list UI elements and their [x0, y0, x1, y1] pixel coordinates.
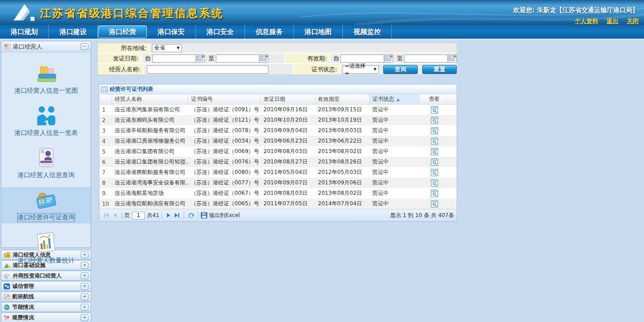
table-row[interactable]: 9 连云港海航基地货场 （苏连）港经证（0067）号 2010年08月03日 2…: [99, 188, 457, 198]
accordion-panel-routes[interactable]: 航班航线 +: [1, 292, 91, 302]
previous-page-icon[interactable]: [111, 213, 119, 218]
first-page-icon[interactable]: [102, 213, 111, 218]
region-select[interactable]: 全省 ▼: [152, 44, 182, 52]
accordion-panel-operator-info[interactable]: 港口经营人信息 +: [1, 250, 91, 260]
validity-to-input[interactable]: [404, 54, 448, 63]
validity-from-input[interactable]: [341, 54, 384, 63]
accordion-panel-fees[interactable]: 规费情况 +: [1, 312, 91, 322]
refresh-icon[interactable]: [186, 212, 196, 219]
cert-number-cell: （苏连）港经证（0077）号: [188, 178, 261, 188]
from-label: 自: [333, 54, 339, 63]
page-number-input[interactable]: [132, 212, 145, 219]
sidebar-item-license-query[interactable]: 港口经营许可证查询: [1, 187, 91, 223]
export-excel-button[interactable]: 输出到Excel: [201, 212, 240, 219]
table-row[interactable]: 1 连云港东鸿集装箱有限公司 （苏连）港经证（0091）号 2010年09月16…: [99, 104, 457, 115]
table-panel-header: 经营许可证书列表: [99, 84, 457, 94]
column-cert-status[interactable]: 证书状态 ▲: [370, 94, 420, 104]
sidebar-item-operator-overview-table[interactable]: 港口经营人信息一览表: [1, 103, 91, 139]
table-row[interactable]: 5 连云港港口集团有限公司 （苏连）港经证（0069）号 2010年08月03日…: [99, 146, 457, 157]
cert-number-cell: （苏连）港经证（0121）号: [188, 115, 261, 125]
expand-panel-button[interactable]: +: [81, 304, 88, 311]
calendar-icon[interactable]: [196, 54, 205, 63]
column-issue-date[interactable]: 发证日期: [261, 94, 315, 104]
view-details-icon[interactable]: [431, 127, 438, 134]
column-cert-number[interactable]: 证书编号: [188, 94, 261, 104]
table-icon: [101, 86, 107, 92]
tab-port-operation[interactable]: 港口经营: [98, 25, 147, 38]
view-details-icon[interactable]: [431, 117, 438, 124]
expand-panel-button[interactable]: +: [81, 262, 88, 269]
tab-port-planning[interactable]: 港口规划: [0, 25, 49, 39]
sidebar-item-operator-info-query[interactable]: 港口经营人信息查询: [1, 145, 91, 181]
status-cell: 营运中: [370, 188, 420, 198]
query-button[interactable]: 查询: [383, 65, 418, 74]
operator-name-cell: 连云港港口房屋维修服务公司: [112, 136, 188, 146]
tab-port-map[interactable]: 港口地图: [294, 25, 343, 39]
logout-link[interactable]: 退出: [606, 18, 618, 25]
calendar-icon[interactable]: [385, 54, 393, 63]
accordion-panel-foreign-investment[interactable]: 外商投资港口经营人 +: [1, 271, 91, 281]
calendar-icon[interactable]: [260, 54, 268, 63]
table-column-headers: 经营人名称 证书编号 发证日期 有效期至 证书状态 ▲ 查看: [99, 94, 457, 104]
sidebar-item-operator-overview-chart[interactable]: 港口经营人信息一览图: [1, 60, 91, 97]
row-number: 2: [99, 115, 112, 125]
row-number: 1: [99, 104, 112, 115]
view-details-icon[interactable]: [431, 179, 438, 187]
expand-panel-button[interactable]: +: [81, 314, 88, 321]
table-row[interactable]: 7 连云港港腾船舶服务有限公司 （苏连）港经证（0080）号 2011年05月0…: [99, 167, 457, 178]
cert-number-cell: （苏连）港经证（0065）号: [188, 198, 261, 209]
view-details-icon[interactable]: [431, 148, 438, 155]
calendar-icon[interactable]: [448, 54, 457, 63]
status-cell: 营运中: [370, 136, 420, 146]
view-details-icon[interactable]: [431, 190, 438, 197]
tab-info-service[interactable]: 信息服务: [245, 25, 294, 39]
collapse-panel-button[interactable]: −: [81, 43, 88, 50]
column-valid-until[interactable]: 有效期至: [315, 94, 370, 104]
sidebar-panel-port-operators: 港口经营人 − 港口经营人信息一览图: [1, 41, 91, 248]
valid-until-cell: 2013年10月19日: [315, 115, 370, 125]
accordion-panel-integrity[interactable]: 诚信管理 +: [1, 281, 91, 291]
view-details-icon[interactable]: [431, 159, 438, 166]
cert-status-select[interactable]: =请选择= ▼: [342, 65, 379, 74]
search-form: 所在地域: 全省 ▼ 发证日期: 自 至: [98, 43, 457, 75]
expand-panel-button[interactable]: +: [81, 293, 88, 300]
reset-button[interactable]: 重置: [422, 65, 457, 74]
tab-port-safety[interactable]: 港口安全: [196, 25, 245, 39]
tab-port-security[interactable]: 港口保安: [147, 25, 196, 39]
accordion-label: 规费情况: [12, 314, 81, 322]
valid-until-cell: 2013年08月26日: [315, 157, 370, 167]
expand-panel-button[interactable]: +: [81, 272, 88, 279]
status-cell: 营运中: [370, 167, 420, 178]
close-link[interactable]: 关闭: [627, 18, 639, 25]
table-row[interactable]: 6 连云港港口集团有限公司轮驳... （苏连）港经证（0076）号 2010年0…: [99, 157, 457, 167]
issue-date-cell: 2010年08月27日: [261, 157, 315, 167]
view-details-icon[interactable]: [431, 200, 438, 208]
next-page-icon[interactable]: [164, 213, 172, 218]
expand-panel-button[interactable]: +: [81, 252, 88, 258]
expand-panel-button[interactable]: +: [81, 283, 88, 290]
column-operator-name[interactable]: 经营人名称: [112, 94, 188, 104]
last-page-icon[interactable]: [172, 213, 181, 218]
record-count-summary: 显示 1 到 10 条 共 407条: [390, 212, 454, 219]
cert-number-cell: （苏连）港经证（0069）号: [188, 146, 261, 157]
cert-number-cell: （苏连）港经证（0067）号: [188, 188, 261, 198]
accordion-panel-energy-saving[interactable]: 节能情况 +: [1, 302, 91, 312]
table-row[interactable]: 2 连云港东粮码头有限公司 （苏连）港经证（0121）号 2010年10月20日…: [99, 115, 457, 125]
accordion-label: 航班航线: [12, 293, 81, 301]
view-details-icon[interactable]: [431, 169, 438, 176]
operator-name-input[interactable]: [147, 65, 268, 74]
issue-date-to-input[interactable]: [216, 54, 259, 63]
profile-link[interactable]: 个人资料: [575, 18, 598, 25]
table-row[interactable]: 10 连云港海巨船舶供应有限公司 （苏连）港经证（0065）号 2011年07月…: [99, 198, 457, 209]
table-row[interactable]: 8 连云港港湾海事安全设备有限... （苏连）港经证（0077）号 2010年0…: [99, 178, 457, 188]
accordion-panel-infrastructure[interactable]: 港口基础设施 +: [1, 260, 91, 270]
table-row[interactable]: 4 连云港港口房屋维修服务公司 （苏连）港经证（0034）号 2010年06月2…: [99, 136, 457, 146]
tab-video-monitor[interactable]: 视频监控: [343, 25, 392, 39]
table-row[interactable]: 3 连云港丰裕船舶服务有限公司 （苏连）港经证（0078）号 2010年09月0…: [99, 125, 457, 136]
view-details-icon[interactable]: [431, 106, 438, 114]
main-nav-tabbar: 港口规划 港口建设 港口经营 港口保安 港口安全 信息服务 港口地图 视频监控: [0, 25, 644, 39]
tab-port-construction[interactable]: 港口建设: [49, 25, 98, 39]
issue-date-from-input[interactable]: [152, 54, 196, 63]
view-details-icon[interactable]: [431, 138, 438, 145]
cert-number-cell: （苏连）港经证（0076）号: [188, 157, 261, 167]
